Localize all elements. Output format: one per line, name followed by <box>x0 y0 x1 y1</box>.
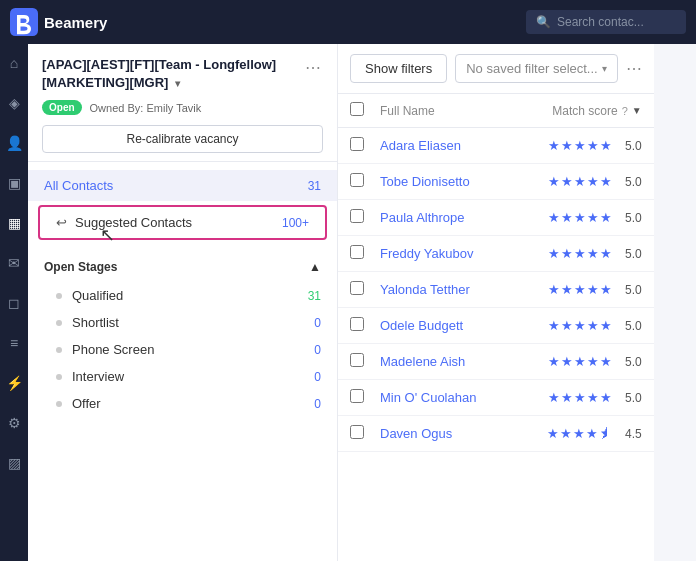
select-all-checkbox[interactable] <box>350 102 364 116</box>
contact-link[interactable]: Madelene Aish <box>380 354 465 369</box>
score-value: 5.0 <box>618 175 642 189</box>
sidebar-nav: All Contacts 31 ↩ Suggested Contacts 100… <box>28 162 337 252</box>
row-checkbox[interactable] <box>350 281 364 295</box>
vacancy-dropdown-arrow[interactable]: ▾ <box>175 78 180 89</box>
table-row[interactable]: Odele Budgett ★★★★★ 5.0 <box>338 308 654 344</box>
row-name: Paula Althrope <box>380 210 512 225</box>
full-star-icon: ★ <box>587 354 599 369</box>
full-star-icon: ★ <box>574 354 586 369</box>
toolbar-more-icon[interactable]: ⋯ <box>626 59 642 78</box>
stars: ★★★★★ <box>548 354 612 369</box>
saved-filter-select[interactable]: No saved filter select... ▾ <box>455 54 618 83</box>
full-star-icon: ★ <box>574 174 586 189</box>
stage-item[interactable]: Phone Screen 0 <box>28 336 337 363</box>
table-row[interactable]: Paula Althrope ★★★★★ 5.0 <box>338 200 654 236</box>
full-star-icon: ★ <box>587 282 599 297</box>
search-bar[interactable]: 🔍 Search contac... <box>526 10 686 34</box>
full-star-icon: ★ <box>561 354 573 369</box>
row-name: Madelene Aish <box>380 354 512 369</box>
sidebar-header: [APAC][AEST][FT][Team - Longfellow][MARK… <box>28 44 337 162</box>
table-header: Full Name Match score ? ▼ <box>338 94 654 128</box>
rail-folder-icon[interactable]: ▣ <box>3 172 25 194</box>
table-row[interactable]: Freddy Yakubov ★★★★★ 5.0 <box>338 236 654 272</box>
row-check <box>350 209 380 226</box>
beamery-logo-icon <box>10 8 38 36</box>
row-score: ★★★★★ 5.0 <box>512 354 642 369</box>
th-match-score: Match score ? ▼ <box>512 104 642 118</box>
row-checkbox[interactable] <box>350 209 364 223</box>
stage-item[interactable]: Qualified 31 <box>28 282 337 309</box>
stages-collapse-icon[interactable]: ▲ <box>309 260 321 274</box>
row-checkbox[interactable] <box>350 173 364 187</box>
stars: ★★★★★ <box>548 390 612 405</box>
status-badge: Open <box>42 100 82 115</box>
row-checkbox[interactable] <box>350 137 364 151</box>
contact-link[interactable]: Yalonda Tetther <box>380 282 470 297</box>
table-row[interactable]: Madelene Aish ★★★★★ 5.0 <box>338 344 654 380</box>
contact-link[interactable]: Freddy Yakubov <box>380 246 473 261</box>
stage-item[interactable]: Interview 0 <box>28 363 337 390</box>
row-checkbox[interactable] <box>350 425 364 439</box>
rail-list-icon[interactable]: ≡ <box>3 332 25 354</box>
full-star-icon: ★ <box>548 138 560 153</box>
rail-document-icon[interactable]: ◻ <box>3 292 25 314</box>
stars: ★★★★★ <box>548 210 612 225</box>
sort-icon[interactable]: ▼ <box>632 105 642 116</box>
status-row: Open Owned By: Emily Tavik <box>42 100 323 115</box>
stage-item[interactable]: Offer 0 <box>28 390 337 417</box>
full-star-icon: ★ <box>600 210 612 225</box>
stage-dot <box>56 293 62 299</box>
stars: ★★★★★ <box>548 318 612 333</box>
full-star-icon: ★ <box>561 174 573 189</box>
full-star-icon: ★ <box>586 426 598 441</box>
table-row[interactable]: Yalonda Tetther ★★★★★ 5.0 <box>338 272 654 308</box>
rail-bookmark-icon[interactable]: ◈ <box>3 92 25 114</box>
rail-home-icon[interactable]: ⌂ <box>3 52 25 74</box>
show-filters-button[interactable]: Show filters <box>350 54 447 83</box>
row-score: ★★★★★ 5.0 <box>512 246 642 261</box>
stage-dot <box>56 320 62 326</box>
help-icon[interactable]: ? <box>622 105 628 117</box>
suggested-contacts-nav-item[interactable]: ↩ Suggested Contacts 100+ ↖ <box>38 205 327 240</box>
row-checkbox[interactable] <box>350 353 364 367</box>
all-contacts-nav-item[interactable]: All Contacts 31 <box>28 170 337 201</box>
contact-link[interactable]: Min O' Cuolahan <box>380 390 476 405</box>
rail-filter-icon[interactable]: ⚡ <box>3 372 25 394</box>
full-star-icon: ★ <box>574 390 586 405</box>
table-row[interactable]: Min O' Cuolahan ★★★★★ 5.0 <box>338 380 654 416</box>
contact-link[interactable]: Paula Althrope <box>380 210 465 225</box>
row-checkbox[interactable] <box>350 389 364 403</box>
row-name: Odele Budgett <box>380 318 512 333</box>
stage-item[interactable]: Shortlist 0 <box>28 309 337 336</box>
full-star-icon: ★ <box>548 174 560 189</box>
row-name: Daven Ogus <box>380 426 512 441</box>
stages-section: Open Stages ▲ Qualified 31 Shortlist 0 P… <box>28 252 337 425</box>
stage-count: 31 <box>308 289 321 303</box>
table-row[interactable]: Tobe Dionisetto ★★★★★ 5.0 <box>338 164 654 200</box>
stage-count: 0 <box>314 343 321 357</box>
rail-mail-icon[interactable]: ✉ <box>3 252 25 274</box>
row-checkbox[interactable] <box>350 245 364 259</box>
contact-link[interactable]: Daven Ogus <box>380 426 452 441</box>
row-name: Yalonda Tetther <box>380 282 512 297</box>
row-checkbox[interactable] <box>350 317 364 331</box>
rail-database-icon[interactable]: ▦ <box>3 212 25 234</box>
contact-link[interactable]: Adara Eliasen <box>380 138 461 153</box>
row-score: ★★★★⯨ 4.5 <box>512 426 642 441</box>
vacancy-title: [APAC][AEST][FT][Team - Longfellow][MARK… <box>42 56 303 92</box>
rail-chart-icon[interactable]: ▨ <box>3 452 25 474</box>
row-check <box>350 173 380 190</box>
table-row[interactable]: Adara Eliasen ★★★★★ 5.0 <box>338 128 654 164</box>
rail-people-icon[interactable]: 👤 <box>3 132 25 154</box>
vacancy-three-dots[interactable]: ⋯ <box>303 56 323 79</box>
stage-dot <box>56 347 62 353</box>
recalibrate-button[interactable]: Re-calibrate vacancy <box>42 125 323 153</box>
rail-settings-icon[interactable]: ⚙ <box>3 412 25 434</box>
full-star-icon: ★ <box>548 318 560 333</box>
full-star-icon: ★ <box>600 138 612 153</box>
table-row[interactable]: Daven Ogus ★★★★⯨ 4.5 <box>338 416 654 452</box>
suggested-contacts-icon: ↩ <box>56 215 67 230</box>
stage-count: 0 <box>314 370 321 384</box>
contact-link[interactable]: Odele Budgett <box>380 318 463 333</box>
contact-link[interactable]: Tobe Dionisetto <box>380 174 470 189</box>
